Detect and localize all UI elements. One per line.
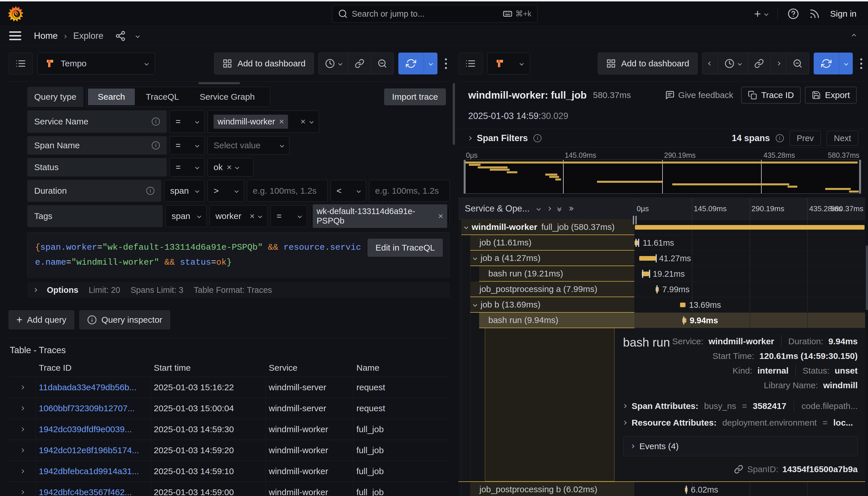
row-expander[interactable] xyxy=(9,482,36,496)
span-name-cell[interactable]: job_postprocessing b (6.02ms) xyxy=(470,482,634,496)
span-row[interactable]: job_postprocessing a (7.99ms)7.99ms xyxy=(459,282,865,297)
span-row[interactable]: job b (13.69ms)13.69ms xyxy=(459,297,865,313)
trace-id-link[interactable]: 11dabada33e479db56b... xyxy=(39,383,137,392)
tags-scope-select[interactable]: span xyxy=(166,205,207,227)
tab-traceql[interactable]: TraceQL xyxy=(136,89,189,105)
tags-value-select[interactable]: wk-default-133114d6a91e-PSPQb × xyxy=(310,205,450,227)
minimap-canvas[interactable] xyxy=(464,160,861,194)
service-name-operator-select[interactable]: = xyxy=(170,110,205,133)
chevron-down-icon[interactable] xyxy=(136,34,140,38)
remove-chip-icon[interactable]: × xyxy=(438,212,443,220)
shift-right-button[interactable] xyxy=(771,53,786,74)
trace-id-link[interactable]: 1060bbf732309b12707... xyxy=(39,403,135,413)
link-icon[interactable] xyxy=(734,465,743,474)
global-search-input[interactable]: Search or jump to... ⌘+k xyxy=(332,5,538,23)
span-name-cell[interactable]: windmill-workerfull_job (580.37ms) xyxy=(461,219,634,235)
span-attributes-row[interactable]: Span Attributes: busy_ns = 3582417 code.… xyxy=(623,401,858,411)
service-name-value-select[interactable]: windmill-worker × × xyxy=(207,110,319,133)
tags-key-select[interactable]: worker × xyxy=(210,205,268,227)
copy-link-button[interactable] xyxy=(348,53,371,74)
events-row[interactable]: Events (4) xyxy=(623,436,858,456)
run-query-button[interactable] xyxy=(814,52,853,74)
next-span-button[interactable]: Next xyxy=(827,131,858,146)
query-inspector-button[interactable]: Query inspector xyxy=(79,310,170,329)
trace-outline-button[interactable] xyxy=(459,52,483,74)
grafana-logo-icon[interactable] xyxy=(7,5,24,22)
span-duration-bar[interactable] xyxy=(680,303,685,307)
edit-in-traceql-button[interactable]: Edit in TraceQL xyxy=(368,239,443,257)
row-expander[interactable] xyxy=(9,440,36,461)
span-name-value-select[interactable]: Select value xyxy=(207,136,290,155)
span-duration-bar[interactable] xyxy=(639,256,655,261)
trace-id-link[interactable]: 1942dc012e8f196b5174... xyxy=(39,446,139,455)
left-scrollbar-thumb[interactable] xyxy=(453,83,455,145)
span-row[interactable]: job_postprocessing b (6.02ms)6.02ms xyxy=(459,482,865,496)
help-icon[interactable] xyxy=(788,8,799,19)
trace-datasource-picker[interactable] xyxy=(487,52,530,74)
status-value-select[interactable]: ok × xyxy=(207,158,253,176)
new-menu-button[interactable]: + xyxy=(754,8,768,19)
trace-id-link[interactable]: 1942dbfebca1d9914a31... xyxy=(39,466,139,476)
row-expander[interactable] xyxy=(9,419,36,440)
tab-search[interactable]: Search xyxy=(88,89,135,105)
duration-gt-select[interactable]: > xyxy=(207,180,244,202)
menu-toggle-button[interactable] xyxy=(9,31,21,40)
span-row[interactable]: bash run (9.94ms)9.94ms xyxy=(459,313,865,328)
row-expander[interactable] xyxy=(9,461,36,482)
col-trace-id[interactable]: Trace ID xyxy=(36,363,151,373)
duration-max-input[interactable]: e.g. 100ms, 1.2s xyxy=(369,180,450,202)
share-icon[interactable] xyxy=(115,30,126,41)
horizontal-scrollbar[interactable] xyxy=(198,82,240,84)
span-name-cell[interactable]: bash run (9.94ms) xyxy=(479,313,634,328)
span-row[interactable]: bash run (19.21ms)19.21ms xyxy=(459,266,865,282)
chevron-right-icon[interactable] xyxy=(547,207,551,211)
tags-value-chip[interactable]: wk-default-133114d6a91e-PSPQb × xyxy=(313,204,447,228)
col-start-time[interactable]: Start time xyxy=(151,363,266,373)
remove-chip-icon[interactable]: × xyxy=(279,117,284,126)
duration-min-input[interactable]: e.g. 100ms, 1.2s xyxy=(247,180,328,202)
trace-id-link[interactable]: 1942dbfc4be3567f462... xyxy=(39,487,132,496)
duration-scope-select[interactable]: span xyxy=(164,180,205,202)
prev-span-button[interactable]: Prev xyxy=(790,131,821,146)
add-to-dashboard-button[interactable]: Add to dashboard xyxy=(214,52,314,74)
column-resize-handle[interactable] xyxy=(633,216,637,224)
zoom-out-button[interactable] xyxy=(371,53,393,74)
time-picker-button[interactable] xyxy=(319,53,348,74)
row-expander[interactable] xyxy=(9,377,36,398)
chevron-down-icon[interactable] xyxy=(537,207,541,211)
expand-all-icon[interactable] xyxy=(568,207,573,210)
service-name-chip[interactable]: windmill-worker × xyxy=(214,115,288,129)
add-query-button[interactable]: + Add query xyxy=(9,310,74,329)
tags-operator-select[interactable]: = xyxy=(270,205,307,227)
collapse-all-icon[interactable] xyxy=(558,206,561,211)
run-query-button[interactable] xyxy=(398,52,437,74)
news-rss-icon[interactable] xyxy=(809,8,820,19)
collapse-panel-icon[interactable] xyxy=(852,34,856,38)
row-expander[interactable] xyxy=(9,398,36,419)
tab-service-graph[interactable]: Service Graph xyxy=(190,89,265,105)
col-name[interactable]: Name xyxy=(354,363,450,373)
duration-lt-select[interactable]: < xyxy=(330,180,366,202)
give-feedback-link[interactable]: Give feedback xyxy=(665,90,733,100)
zoom-out-button[interactable] xyxy=(786,53,809,74)
service-operation-column-header[interactable]: Service & Ope... xyxy=(465,203,530,214)
breadcrumb-home[interactable]: Home xyxy=(34,31,58,41)
run-query-caret[interactable] xyxy=(424,52,437,74)
span-row[interactable]: windmill-workerfull_job (580.37ms) xyxy=(459,219,865,235)
import-trace-button[interactable]: Import trace xyxy=(384,89,446,105)
trace-id-button[interactable]: Trace ID xyxy=(741,87,801,104)
right-scrollbar-thumb[interactable] xyxy=(866,245,868,310)
span-name-cell[interactable]: job b (13.69ms) xyxy=(470,297,634,313)
time-picker-button[interactable] xyxy=(718,53,748,74)
span-name-cell[interactable]: job (11.61ms) xyxy=(470,235,634,251)
col-service[interactable]: Service xyxy=(266,363,354,373)
breadcrumb-explore[interactable]: Explore xyxy=(73,31,104,41)
clear-icon[interactable]: × xyxy=(300,117,306,126)
shift-left-button[interactable] xyxy=(702,53,718,74)
span-name-cell[interactable]: job_postprocessing a (7.99ms) xyxy=(470,282,634,297)
copy-link-button[interactable] xyxy=(748,53,771,74)
add-to-dashboard-button[interactable]: Add to dashboard xyxy=(598,52,698,74)
trace-id-link[interactable]: 1942dc039dfdf9e0039... xyxy=(39,424,132,434)
remove-key-icon[interactable]: × xyxy=(250,212,255,220)
status-operator-select[interactable]: = xyxy=(170,158,205,176)
